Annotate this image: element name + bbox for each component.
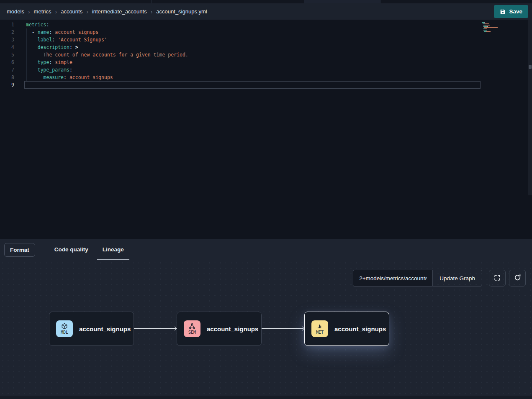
node-label: account_signups xyxy=(207,325,258,332)
breadcrumb-item[interactable]: account_signups.yml xyxy=(156,8,207,15)
cube-icon xyxy=(61,323,68,330)
badge-label: SEM xyxy=(188,330,196,335)
lineage-node-sem[interactable]: SEM account_signups xyxy=(177,312,262,346)
tab-lineage[interactable]: Lineage xyxy=(103,239,124,260)
window-tab[interactable] xyxy=(0,0,76,3)
window-tab[interactable] xyxy=(228,0,304,3)
tab-code-quality[interactable]: Code quality xyxy=(54,239,88,260)
metric-badge: MET xyxy=(311,320,328,337)
chevron-right-icon: › xyxy=(55,9,57,15)
refresh-button[interactable] xyxy=(509,270,526,286)
scrollbar-thumb[interactable] xyxy=(529,65,532,69)
window-tab[interactable] xyxy=(456,0,532,3)
editor-code[interactable]: metrics: - name: account_signups label: … xyxy=(0,21,532,89)
breadcrumb: models›metrics›accounts›intermediate_acc… xyxy=(7,8,207,15)
minimap[interactable] xyxy=(482,22,508,33)
save-icon xyxy=(500,9,506,15)
window-tab[interactable] xyxy=(304,0,380,3)
format-button[interactable]: Format xyxy=(4,243,35,257)
chevron-right-icon: › xyxy=(86,9,88,15)
breadcrumb-item[interactable]: metrics xyxy=(34,8,51,15)
breadcrumb-bar: models›metrics›accounts›intermediate_acc… xyxy=(0,3,532,20)
divider xyxy=(40,241,40,258)
node-label: account_signups xyxy=(334,325,386,332)
badge-label: MET xyxy=(316,330,324,335)
breadcrumb-item[interactable]: models xyxy=(7,8,24,15)
app-window: models›metrics›accounts›intermediate_acc… xyxy=(0,0,532,399)
save-button[interactable]: Save xyxy=(494,5,528,18)
update-graph-button[interactable]: Update Graph xyxy=(432,270,482,286)
save-button-label: Save xyxy=(509,8,522,15)
lineage-node-met[interactable]: MET account_signups xyxy=(304,312,389,346)
semantic-model-badge: SEM xyxy=(184,320,200,337)
editor-scrollbar[interactable] xyxy=(528,20,532,195)
code-editor[interactable]: 123456789 metrics: - name: account_signu… xyxy=(0,20,532,239)
model-badge: MDL xyxy=(56,320,73,337)
chevron-right-icon: › xyxy=(28,9,30,15)
fullscreen-button[interactable] xyxy=(489,270,506,286)
lineage-controls: Update Graph xyxy=(353,270,526,286)
breadcrumb-item[interactable]: accounts xyxy=(61,8,82,15)
window-tab[interactable] xyxy=(380,0,457,3)
chevron-right-icon: › xyxy=(151,9,153,15)
status-strip xyxy=(0,396,532,399)
lineage-edge xyxy=(134,328,176,329)
window-tab[interactable] xyxy=(152,0,228,3)
lineage-edge xyxy=(262,328,303,329)
window-tab[interactable] xyxy=(76,0,152,3)
lineage-selector-input[interactable] xyxy=(353,270,432,286)
refresh-icon xyxy=(514,274,521,282)
window-tab-strip[interactable] xyxy=(0,0,532,3)
breadcrumb-item[interactable]: intermediate_accounts xyxy=(92,8,147,15)
network-icon xyxy=(189,323,195,330)
panel-tab-bar: Format Code quality Lineage xyxy=(0,239,532,260)
badge-label: MDL xyxy=(61,330,68,335)
bar-chart-icon xyxy=(316,323,323,330)
bottom-panel: Format Code quality Lineage Update Graph xyxy=(0,239,532,399)
fullscreen-icon xyxy=(494,274,501,282)
lineage-node-mdl[interactable]: MDL account_signups xyxy=(49,312,134,346)
node-label: account_signups xyxy=(79,325,131,332)
lineage-canvas[interactable]: Update Graph xyxy=(0,260,532,399)
